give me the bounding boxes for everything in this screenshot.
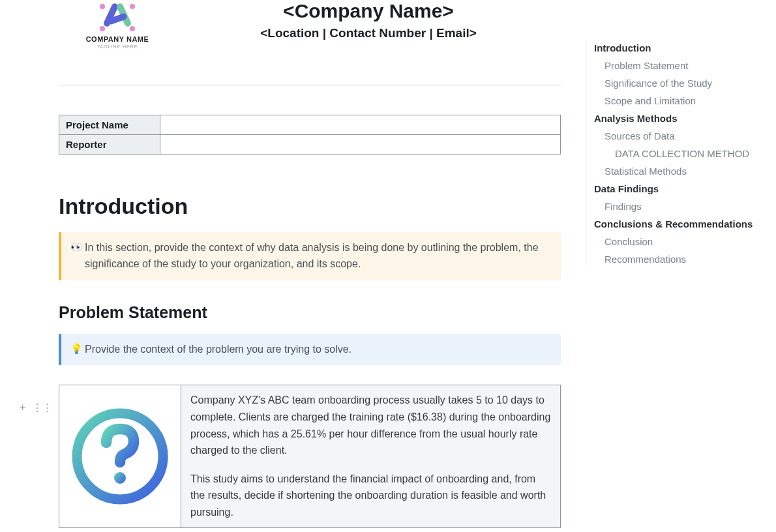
outline-item[interactable]: Recommendations [594,250,768,268]
callout-problem-statement: 💡 Provide the context of the problem you… [59,334,561,366]
company-logo: COMPANY NAME TAGLINE HERE [59,0,176,49]
content-text[interactable]: Company XYZ's ABC team onboarding proces… [181,385,560,527]
section-heading-introduction: Introduction [59,194,561,219]
outline-item[interactable]: Findings [594,198,768,215]
logo-mark-icon [95,0,140,33]
document-body: COMPANY NAME TAGLINE HERE <Company Name>… [59,0,561,528]
outline-item[interactable]: Conclusions & Recommendations [594,215,768,233]
outline-item[interactable]: Sources of Data [594,127,768,145]
logo-tagline: TAGLINE HERE [97,44,138,49]
eyes-icon: 👀 [70,240,85,254]
callout-introduction-text: In this section, provide the context of … [85,240,550,273]
logo-name: COMPANY NAME [86,35,149,43]
question-mark-icon [71,407,169,505]
outline-item[interactable]: DATA COLLECTION METHOD [594,145,768,162]
page-root: + ⋮⋮ COMPANY NAME TAGLINE HERE <Company … [0,0,776,532]
question-illustration [59,385,181,527]
svg-point-1 [130,4,135,9]
header-divider [59,85,561,85]
block-handles: + ⋮⋮ [20,402,53,414]
svg-point-0 [100,4,105,9]
outline-item[interactable]: Data Findings [594,180,768,198]
svg-point-3 [130,26,135,31]
meta-value-reporter[interactable] [160,135,561,155]
callout-problem-statement-text: Provide the context of the problem you a… [85,342,550,358]
outline-item[interactable]: Problem Statement [594,57,768,74]
table-row: Reporter [59,135,561,155]
meta-table: Project Name Reporter [59,115,561,155]
outline-item[interactable]: Introduction [594,39,768,57]
outline-item[interactable]: Conclusion [594,233,768,250]
bulb-icon: 💡 [70,342,85,355]
meta-label-project: Project Name [59,115,160,135]
section-heading-problem-statement: Problem Statement [59,303,561,322]
outline-item[interactable]: Scope and Limitation [594,92,768,110]
table-row: Project Name [59,115,561,135]
content-paragraph-2: This study aims to understand the financ… [190,471,551,521]
content-block: Company XYZ's ABC team onboarding proces… [59,385,561,527]
callout-introduction: 👀 In this section, provide the context o… [59,232,561,280]
content-paragraph-1: Company XYZ's ABC team onboarding proces… [190,392,551,458]
outline-item[interactable]: Significance of the Study [594,74,768,92]
company-name: <Company Name> [176,0,561,22]
outline-item[interactable]: Statistical Methods [594,162,768,180]
add-block-button[interactable]: + [20,402,25,414]
meta-label-reporter: Reporter [59,135,160,155]
outline-item[interactable]: Analysis Methods [594,110,768,127]
svg-point-8 [114,472,126,484]
drag-handle[interactable]: ⋮⋮ [32,402,53,414]
document-outline: IntroductionProblem StatementSignificanc… [586,39,768,268]
meta-value-project[interactable] [160,115,561,135]
contact-line: <Location | Contact Number | Email> [176,26,561,40]
title-block: <Company Name> <Location | Contact Numbe… [176,0,561,40]
document-header: COMPANY NAME TAGLINE HERE <Company Name>… [59,0,561,49]
svg-point-2 [100,26,105,31]
